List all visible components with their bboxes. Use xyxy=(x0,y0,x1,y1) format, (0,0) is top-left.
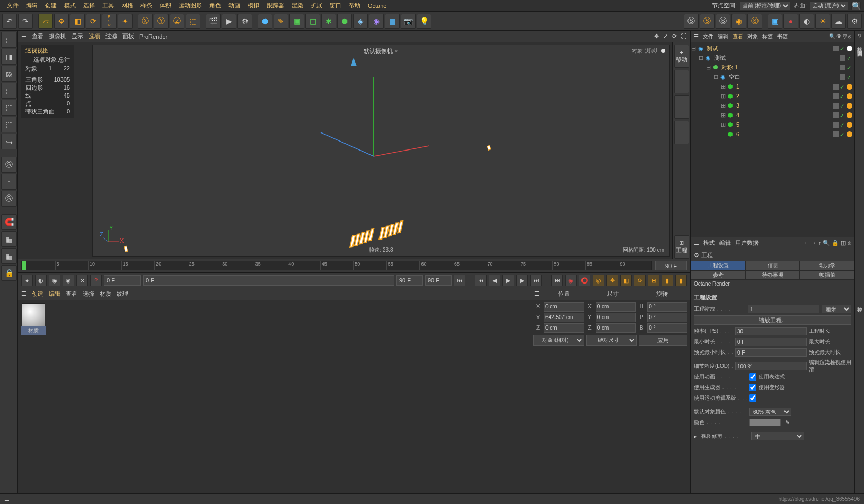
attr-up-icon[interactable]: ↑ xyxy=(818,240,822,246)
coord-apply-button[interactable]: 应用 xyxy=(639,335,687,346)
hamburger-icon[interactable]: ☰ xyxy=(4,496,10,502)
view-filter[interactable]: 过滤 xyxy=(105,32,117,40)
point-mode-icon[interactable]: ⬚ xyxy=(1,100,17,116)
object-tree[interactable]: ⊟◉测试✓⊟◉测试✓⊟对称.1✓⊟◉空白✓⊞⬢1✓⊞⬢2✓⊞⬢3✓⊞⬢4✓⊞⬢5… xyxy=(691,42,854,237)
mat-menu-view[interactable]: 查看 xyxy=(66,290,77,298)
project-scale-unit[interactable]: 厘米 xyxy=(822,305,851,313)
coord-field[interactable] xyxy=(544,302,584,312)
tree-item[interactable]: ⊞⬢5✓ xyxy=(691,120,854,129)
hamburger-icon[interactable]: ☰ xyxy=(21,33,27,40)
om-eye-icon[interactable]: 👁 xyxy=(836,33,842,39)
workplane-icon[interactable]: ⬚ xyxy=(1,83,17,99)
quantize-icon[interactable]: ▦ xyxy=(1,248,17,264)
camera-button[interactable]: 📷 xyxy=(401,14,416,29)
tab-octane[interactable]: Octane Render xyxy=(691,280,854,289)
rotate-button[interactable]: ⟳ xyxy=(86,14,101,29)
key-scale-button[interactable]: ◧ xyxy=(620,275,632,286)
view-panel[interactable]: 面板 xyxy=(122,32,134,40)
om-menu-object[interactable]: 对象 xyxy=(747,33,758,40)
menu-edit[interactable]: 编辑 xyxy=(22,2,41,10)
attr-lock-icon[interactable]: 🔒 xyxy=(832,240,839,246)
tree-item[interactable]: ⊟对称.1✓ xyxy=(691,63,854,72)
om-filter-icon[interactable]: ▽ xyxy=(843,33,847,39)
view-prorender[interactable]: ProRender xyxy=(139,33,167,40)
menu-mesh[interactable]: 网格 xyxy=(118,2,137,10)
usemotion-check[interactable] xyxy=(749,394,756,402)
palette-slot2[interactable] xyxy=(674,70,689,93)
om-menu-edit[interactable]: 编辑 xyxy=(718,33,728,40)
menu-create[interactable]: 创建 xyxy=(41,2,60,10)
om-menu-file[interactable]: 文件 xyxy=(703,33,713,40)
fps-field[interactable] xyxy=(735,327,807,335)
yaxis-button[interactable]: Ⓨ xyxy=(154,14,169,29)
octane-live-icon[interactable]: Ⓢ xyxy=(1,157,17,173)
tree-item[interactable]: ⊟◉测试✓ xyxy=(691,43,854,53)
key-pos-button[interactable]: ✥ xyxy=(606,275,618,286)
search-icon[interactable]: 🔍 xyxy=(851,2,861,10)
menu-tools[interactable]: 工具 xyxy=(99,2,118,10)
next-key-button[interactable]: ⏭ xyxy=(530,275,542,286)
octane-s1-button[interactable]: Ⓢ xyxy=(684,14,699,29)
record-button[interactable]: ◉ xyxy=(565,275,577,286)
octane-focus-icon[interactable]: Ⓢ xyxy=(1,191,17,207)
lasttool-button[interactable]: ✦ xyxy=(118,14,133,29)
timeline-end-field[interactable]: 90 F xyxy=(655,261,687,270)
tab-interpolation[interactable]: 帧插值 xyxy=(800,270,854,280)
palette-move[interactable]: +移动 xyxy=(674,45,689,68)
renderview-button[interactable]: 🎬 xyxy=(206,14,221,29)
menu-octane[interactable]: Octane xyxy=(364,3,390,9)
attr-menu-userdata[interactable]: 用户数据 xyxy=(735,239,759,247)
octane-settings-button[interactable]: ◉ xyxy=(731,14,746,29)
octane-pick-icon[interactable]: ▫ xyxy=(1,174,17,190)
view-view[interactable]: 查看 xyxy=(32,32,43,40)
keyopt2-icon[interactable]: ◉ xyxy=(63,275,74,286)
hamburger-icon[interactable]: ☰ xyxy=(694,33,699,39)
range-endA-field[interactable]: 90 F xyxy=(396,275,423,286)
attr-fwd-icon[interactable]: → xyxy=(811,240,817,246)
tree-item[interactable]: ⊟◉空白✓ xyxy=(691,72,854,82)
cloner-button[interactable]: ⬢ xyxy=(337,14,352,29)
keyopt4-icon[interactable]: ? xyxy=(90,275,102,286)
range-start-field[interactable]: 0 F xyxy=(104,275,141,286)
octane-s2-button[interactable]: Ⓢ xyxy=(700,14,715,29)
key-rot-button[interactable]: ⟳ xyxy=(634,275,646,286)
oc-env-button[interactable]: ◐ xyxy=(799,14,814,29)
generator-button[interactable]: ✱ xyxy=(321,14,336,29)
keyopt1-icon[interactable]: ◉ xyxy=(49,275,60,286)
attr-new-icon[interactable]: ◫ xyxy=(841,240,846,246)
menu-extensions[interactable]: 扩展 xyxy=(307,2,326,10)
menu-volume[interactable]: 体积 xyxy=(156,2,175,10)
vp-nav4-icon[interactable]: ⛶ xyxy=(680,33,687,40)
poly-mode-icon[interactable]: ⮑ xyxy=(1,134,17,149)
move-button[interactable]: ✥ xyxy=(54,14,69,29)
mat-menu-select[interactable]: 选择 xyxy=(83,290,94,298)
attr-menu-edit[interactable]: 编辑 xyxy=(719,239,731,247)
tree-item[interactable]: ⬢6✓ xyxy=(691,129,854,139)
zaxis-button[interactable]: Ⓩ xyxy=(170,14,184,29)
undo-button[interactable]: ↶ xyxy=(2,14,17,29)
coord-field[interactable] xyxy=(647,323,687,333)
locked-icon[interactable]: 🔒 xyxy=(1,265,17,281)
cube-primitive-button[interactable]: ⬢ xyxy=(258,14,272,29)
tab-references[interactable]: 参考 xyxy=(691,270,745,280)
current-frame-field[interactable]: 0 F xyxy=(143,275,394,286)
oc-render-button[interactable]: ▣ xyxy=(768,14,782,29)
attr-search-icon[interactable]: 🔍 xyxy=(823,240,830,246)
autokey-button[interactable]: ⭕ xyxy=(579,275,590,286)
oc-fog-button[interactable]: ☁ xyxy=(831,14,846,29)
view-display[interactable]: 显示 xyxy=(72,32,83,40)
subdiv-button[interactable]: ▣ xyxy=(289,14,304,29)
color-swatch[interactable] xyxy=(749,419,781,426)
menu-mograph[interactable]: 运动图形 xyxy=(175,2,206,10)
keysel-button[interactable]: ◎ xyxy=(593,275,604,286)
coord-mode-select[interactable]: 对象 (相对) xyxy=(533,335,584,346)
tree-item[interactable]: ⊞⬢3✓ xyxy=(691,101,854,110)
environment-button[interactable]: ▦ xyxy=(385,14,400,29)
scale-project-button[interactable]: 缩放工程... xyxy=(694,315,851,325)
vp-nav1-icon[interactable]: ✥ xyxy=(653,33,660,40)
next-frame-button[interactable]: ▶ xyxy=(516,275,528,286)
key-pla-button[interactable]: ▮ xyxy=(662,275,673,286)
coord-button[interactable]: ⬚ xyxy=(186,14,200,29)
expand-icon[interactable]: ▸ xyxy=(694,433,699,440)
tab-todo[interactable]: 待办事项 xyxy=(745,270,800,280)
